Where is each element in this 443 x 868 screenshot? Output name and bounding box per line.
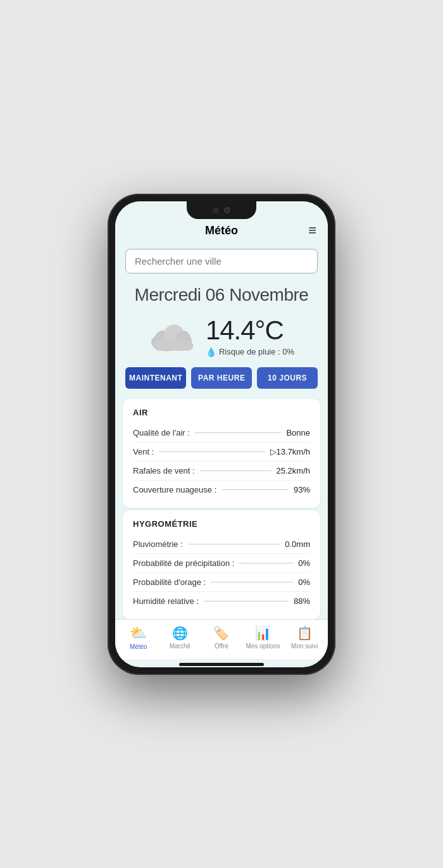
gust-value: 25.2km/h <box>277 466 310 475</box>
rain-risk: 💧 Risque de pluie : 0% <box>206 347 294 357</box>
temp-section: 14.4°C 💧 Risque de pluie : 0% <box>206 315 294 357</box>
bottom-nav: ⛅ Météo 🌐 Marché 🏷️ Offre 📊 Mes options … <box>115 619 328 659</box>
air-section-title: AIR <box>133 408 310 417</box>
gust-row: Rafales de vent : 25.2km/h <box>133 462 310 481</box>
wind-label: Vent : <box>133 447 154 456</box>
offre-nav-icon: 🏷️ <box>213 626 229 641</box>
notch-dot <box>213 207 219 213</box>
meteo-nav-icon: ⛅ <box>130 625 147 641</box>
nav-marche[interactable]: 🌐 Marché <box>159 626 201 650</box>
time-buttons: MAINTENANT PAR HEURE 10 JOURS <box>115 360 328 396</box>
precip-prob-label: Probabilité de précipitation : <box>133 558 234 568</box>
cloud-cover-line <box>222 489 289 490</box>
precip-prob-row: Probabilité de précipitation : 0% <box>133 554 310 573</box>
drop-icon: 💧 <box>206 347 216 357</box>
marche-nav-label: Marché <box>170 643 190 650</box>
humidity-value: 88% <box>294 596 310 606</box>
pluviometry-row: Pluviométrie : 0.0mm <box>133 535 310 554</box>
pluviometry-value: 0.0mm <box>285 539 310 549</box>
per-hour-button[interactable]: PAR HEURE <box>191 367 252 389</box>
nav-meteo[interactable]: ⛅ Météo <box>118 625 159 650</box>
air-quality-label: Qualité de l'air : <box>133 428 190 437</box>
cloud-cover-row: Couverture nuageuse : 93% <box>133 481 310 499</box>
nav-mes-options[interactable]: 📊 Mes options <box>242 626 284 650</box>
nav-offre[interactable]: 🏷️ Offre <box>201 626 242 650</box>
storm-prob-line <box>211 582 293 582</box>
storm-prob-label: Probabilité d'orage : <box>133 577 206 587</box>
svg-rect-5 <box>154 341 193 351</box>
air-quality-row: Qualité de l'air : Bonne <box>133 424 310 443</box>
pluviometry-label: Pluviométrie : <box>133 539 183 549</box>
weather-main: 14.4°C 💧 Risque de pluie : 0% <box>115 310 328 360</box>
gust-label: Rafales de vent : <box>133 466 195 475</box>
mes-options-nav-label: Mes options <box>246 643 280 650</box>
app-title: Météo <box>205 224 238 237</box>
main-content: Noisy-le-Grand Mercredi 06 Novembre 14.4… <box>115 244 328 619</box>
now-button[interactable]: MAINTENANT <box>125 367 186 389</box>
date-section: Mercredi 06 Novembre <box>115 281 328 310</box>
humidity-line <box>204 601 289 601</box>
wind-row: Vent : ▷13.7km/h <box>133 443 310 462</box>
humidity-row: Humidité relative : 88% <box>133 592 310 610</box>
mon-suivi-nav-label: Mon suivi <box>291 643 318 650</box>
home-indicator <box>179 663 264 666</box>
mes-options-nav-icon: 📊 <box>255 626 271 641</box>
air-quality-line <box>195 432 281 433</box>
pluviometry-line <box>188 544 280 544</box>
temperature: 14.4°C <box>206 315 284 346</box>
precip-prob-value: 0% <box>298 558 310 568</box>
cloud-cover-value: 93% <box>294 485 310 494</box>
air-quality-value: Bonne <box>286 428 310 437</box>
cloud-icon <box>149 318 199 353</box>
wind-line <box>159 451 265 452</box>
notch <box>187 201 256 219</box>
wind-value: ▷13.7km/h <box>270 447 310 456</box>
offre-nav-label: Offre <box>215 643 228 650</box>
nav-mon-suivi[interactable]: 📋 Mon suivi <box>284 626 325 650</box>
notch-camera <box>224 207 230 213</box>
precip-prob-line <box>239 563 293 563</box>
marche-nav-icon: 🌐 <box>172 626 188 641</box>
storm-prob-value: 0% <box>298 577 310 587</box>
phone-frame: Météo ≡ Noisy-le-Grand Mercredi 06 Novem… <box>108 194 335 675</box>
mon-suivi-nav-icon: 📋 <box>297 626 313 641</box>
date-text: Mercredi 06 Novembre <box>135 285 309 305</box>
rain-risk-label: Risque de pluie : 0% <box>219 347 294 356</box>
hamburger-icon[interactable]: ≡ <box>308 222 316 239</box>
phone-screen: Météo ≡ Noisy-le-Grand Mercredi 06 Novem… <box>115 201 328 667</box>
air-card: AIR Qualité de l'air : Bonne Vent : ▷13.… <box>123 399 320 508</box>
ten-days-button[interactable]: 10 JOURS <box>257 367 318 389</box>
gust-line <box>200 470 271 471</box>
meteo-nav-label: Météo <box>130 643 147 650</box>
search-section: Noisy-le-Grand <box>115 244 328 281</box>
hygrometry-section-title: HYGROMÉTRIE <box>133 519 310 529</box>
search-input[interactable]: Noisy-le-Grand <box>125 249 318 274</box>
storm-prob-row: Probabilité d'orage : 0% <box>133 573 310 592</box>
cloud-cover-label: Couverture nuageuse : <box>133 485 216 494</box>
hygrometry-card: HYGROMÉTRIE Pluviométrie : 0.0mm Probabi… <box>123 510 320 619</box>
humidity-label: Humidité relative : <box>133 596 199 606</box>
